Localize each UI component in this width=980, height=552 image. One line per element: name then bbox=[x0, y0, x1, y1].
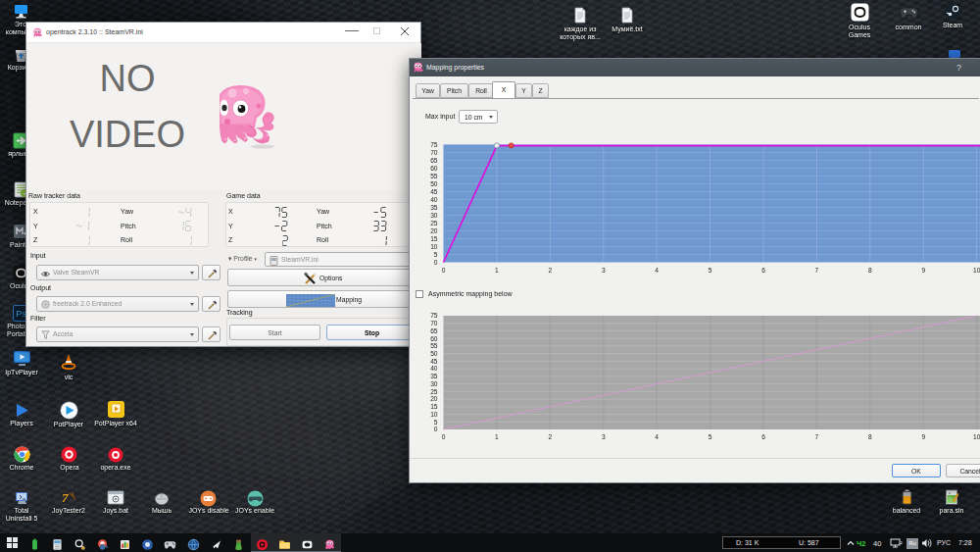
svg-text:5: 5 bbox=[434, 419, 438, 426]
svg-text:10: 10 bbox=[973, 267, 980, 274]
svg-text:1: 1 bbox=[495, 267, 499, 274]
svg-text:4: 4 bbox=[655, 433, 659, 440]
svg-text:8: 8 bbox=[868, 267, 872, 274]
svg-text:15: 15 bbox=[430, 403, 438, 410]
svg-text:6: 6 bbox=[761, 267, 765, 274]
svg-text:65: 65 bbox=[430, 157, 438, 164]
svg-text:4: 4 bbox=[655, 267, 659, 274]
svg-text:20: 20 bbox=[430, 395, 438, 402]
svg-text:7: 7 bbox=[815, 433, 819, 440]
svg-text:10: 10 bbox=[430, 411, 438, 418]
svg-text:3: 3 bbox=[602, 267, 606, 274]
svg-text:0: 0 bbox=[442, 433, 446, 440]
svg-text:50: 50 bbox=[430, 180, 438, 187]
svg-text:55: 55 bbox=[430, 173, 438, 179]
svg-text:1: 1 bbox=[495, 433, 499, 440]
svg-text:45: 45 bbox=[430, 188, 438, 195]
svg-text:5: 5 bbox=[709, 267, 712, 274]
svg-text:5: 5 bbox=[434, 251, 438, 258]
svg-text:0: 0 bbox=[434, 426, 438, 432]
svg-text:60: 60 bbox=[430, 335, 438, 342]
svg-text:75: 75 bbox=[430, 312, 438, 319]
svg-text:55: 55 bbox=[430, 342, 438, 349]
svg-text:5: 5 bbox=[709, 433, 712, 440]
svg-text:20: 20 bbox=[430, 227, 438, 234]
svg-text:15: 15 bbox=[430, 235, 438, 242]
svg-text:35: 35 bbox=[430, 373, 438, 379]
svg-text:75: 75 bbox=[430, 141, 438, 148]
svg-text:30: 30 bbox=[430, 380, 438, 387]
svg-text:10: 10 bbox=[973, 433, 980, 440]
svg-text:35: 35 bbox=[430, 204, 438, 211]
svg-text:7: 7 bbox=[815, 267, 819, 274]
svg-text:2: 2 bbox=[549, 433, 553, 440]
svg-text:0: 0 bbox=[434, 259, 438, 266]
svg-text:40: 40 bbox=[430, 196, 438, 203]
svg-text:0: 0 bbox=[442, 267, 446, 274]
svg-text:10: 10 bbox=[430, 243, 438, 250]
svg-text:65: 65 bbox=[430, 327, 438, 334]
svg-text:8: 8 bbox=[868, 433, 872, 440]
svg-text:40: 40 bbox=[430, 365, 438, 372]
svg-text:70: 70 bbox=[430, 149, 438, 156]
svg-text:30: 30 bbox=[430, 212, 438, 219]
svg-text:50: 50 bbox=[430, 350, 438, 357]
svg-text:9: 9 bbox=[921, 433, 925, 440]
svg-text:9: 9 bbox=[921, 267, 925, 274]
svg-text:45: 45 bbox=[430, 358, 438, 365]
svg-text:3: 3 bbox=[602, 433, 606, 440]
svg-text:25: 25 bbox=[430, 388, 438, 395]
svg-text:6: 6 bbox=[761, 433, 765, 440]
svg-text:60: 60 bbox=[430, 165, 438, 172]
svg-text:70: 70 bbox=[430, 320, 438, 326]
svg-text:25: 25 bbox=[430, 220, 438, 226]
svg-text:2: 2 bbox=[549, 267, 553, 274]
svg-text:7: 7 bbox=[62, 490, 69, 505]
